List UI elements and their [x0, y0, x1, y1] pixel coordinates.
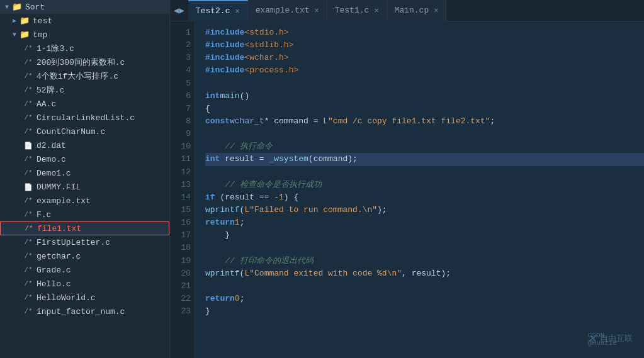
arrow-icon: ▶ [13, 17, 16, 25]
arrow-icon: ▼ [13, 31, 16, 38]
sidebar-label: F.c [37, 210, 51, 220]
sidebar-item-file-aa[interactable]: /*AA.c [0, 97, 169, 111]
tab-label: example.txt [256, 6, 310, 15]
sidebar-label: FirstUpLetter.c [37, 238, 110, 247]
code-line: int main() [205, 90, 644, 103]
watermark-csdn: CSDN @Huazie [588, 332, 636, 347]
cfile-icon: /* [23, 280, 34, 288]
sidebar-item-file-grade[interactable]: /*Grade.c [0, 263, 169, 277]
sidebar-item-file-input[interactable]: /*input_factor_num.c [0, 305, 169, 318]
sidebar-item-file-firstup[interactable]: /*FirstUpLetter.c [0, 235, 169, 249]
code-line [205, 280, 644, 293]
sidebar-item-file-helloworld[interactable]: /*HelloWorld.c [0, 291, 169, 305]
code-line: #include <stdio.h> [205, 26, 644, 39]
tab-label: Test2.c [196, 6, 230, 16]
line-number: 13 [170, 179, 191, 191]
folder-icon: 📁 [19, 16, 30, 26]
code-line [205, 77, 644, 90]
line-number: 17 [170, 229, 191, 242]
sidebar-item-file-demo1[interactable]: /*Demo1.c [0, 166, 169, 180]
txt-icon: /* [23, 225, 35, 232]
code-line: } [205, 305, 644, 318]
code-area: 1234567891011121314151617181920212223 #i… [170, 21, 644, 358]
tab-tab-main[interactable]: Main.cp ✕ [387, 0, 447, 21]
cfile-icon: /* [23, 72, 34, 80]
line-number: 16 [170, 216, 191, 229]
sidebar-label: 1-1除3.c [37, 43, 74, 54]
sidebar-label: 4个数if大小写排序.c [37, 70, 118, 82]
tab-label: Test1.c [335, 6, 370, 15]
sidebar-item-file-dummy[interactable]: 📄DUMMY.FIL [0, 180, 169, 194]
cfile-icon: /* [23, 252, 34, 260]
code-line: return 1; [205, 216, 644, 229]
line-number: 8 [170, 115, 191, 128]
dat-icon: 📄 [23, 142, 34, 150]
sidebar-item-file-example[interactable]: /*example.txt [0, 194, 169, 208]
sidebar-label: Demo.c [37, 155, 66, 164]
code-line: wprintf(L"Command exited with code %d\n"… [205, 267, 644, 280]
sidebar-item-file-1-1[interactable]: /*1-1除3.c [0, 42, 169, 55]
nav-arrows[interactable]: ◀▶ [170, 5, 188, 16]
sidebar-label: input_factor_num.c [37, 307, 125, 316]
tab-close-icon[interactable]: ✕ [374, 7, 378, 14]
tab-tab-example[interactable]: example.txt ✕ [248, 0, 327, 21]
cfile-icon: /* [23, 128, 34, 135]
code-line: // 检查命令是否执行成功 [205, 179, 644, 191]
code-line [205, 128, 644, 140]
tab-bar: ◀▶ Test2.c ✕example.txt ✕Test1.c ✕Main.c… [170, 0, 644, 21]
sidebar-item-file-4[interactable]: /*4个数if大小写排序.c [0, 69, 169, 83]
line-number: 21 [170, 280, 191, 293]
line-number: 6 [170, 90, 191, 103]
line-number: 14 [170, 191, 191, 204]
sidebar-item-sort-folder[interactable]: ▼ 📁Sort [0, 0, 169, 14]
sidebar-label: test [33, 16, 52, 26]
tab-close-icon[interactable]: ✕ [315, 7, 319, 14]
code-line: return 0; [205, 293, 644, 305]
code-line: wprintf(L"Failed to run command.\n"); [205, 204, 644, 216]
line-number: 10 [170, 140, 191, 153]
cfile-icon: /* [23, 266, 34, 274]
line-number: 7 [170, 103, 191, 115]
sidebar-item-file-d2[interactable]: 📄d2.dat [0, 138, 169, 152]
tab-tab-test1[interactable]: Test1.c ✕ [327, 0, 387, 21]
code-line: { [205, 103, 644, 115]
sidebar-label: example.txt [37, 196, 91, 206]
folder-icon: 📁 [19, 30, 30, 40]
tab-tab-test2[interactable]: Test2.c ✕ [188, 0, 248, 21]
sidebar-item-file-hello[interactable]: /*Hello.c [0, 277, 169, 291]
sidebar-label: CircularLinkedList.c [37, 113, 135, 123]
tab-close-icon[interactable]: ✕ [235, 8, 239, 15]
line-number: 1 [170, 26, 191, 39]
sidebar-label: getchar.c [37, 252, 81, 261]
code-content[interactable]: #include <stdio.h>#include <stdlib.h>#in… [195, 21, 644, 358]
sidebar-item-test-folder[interactable]: ▶ 📁test [0, 14, 169, 28]
sidebar-item-file-getchar[interactable]: /*getchar.c [0, 249, 169, 263]
code-line: #include <stdlib.h> [205, 39, 644, 52]
code-line [205, 242, 644, 254]
sidebar-item-file-200[interactable]: /*200到300间的素数和.c [0, 55, 169, 69]
sidebar-item-file-demo[interactable]: /*Demo.c [0, 152, 169, 166]
line-number: 20 [170, 267, 191, 280]
folder-icon: 📁 [11, 2, 23, 12]
code-line: #include <process.h> [205, 64, 644, 77]
line-number: 12 [170, 166, 191, 179]
sidebar-label: Hello.c [37, 279, 71, 289]
cfile-icon: /* [23, 59, 34, 66]
tab-label: Main.cp [395, 6, 429, 15]
sidebar-label: 200到300间的素数和.c [37, 57, 125, 68]
cfile-icon: /* [23, 294, 34, 301]
cfile-icon: /* [23, 211, 34, 218]
editor-main: ◀▶ Test2.c ✕example.txt ✕Test1.c ✕Main.c… [170, 0, 644, 358]
sidebar-item-file-file1[interactable]: /*file1.txt [0, 221, 169, 235]
sidebar-item-file-f[interactable]: /*F.c [0, 208, 169, 221]
sidebar-item-file-count[interactable]: /*CountCharNum.c [0, 125, 169, 138]
line-number: 4 [170, 64, 191, 77]
tab-close-icon[interactable]: ✕ [434, 7, 438, 14]
sidebar-item-file-circular[interactable]: /*CircularLinkedList.c [0, 111, 169, 125]
cfile-icon: /* [23, 45, 34, 52]
line-number: 2 [170, 39, 191, 52]
sidebar-item-tmp-folder[interactable]: ▼ 📁tmp [0, 28, 169, 42]
sidebar-item-file-52[interactable]: /*52牌.c [0, 83, 169, 97]
line-number: 9 [170, 128, 191, 140]
file-explorer: ▼ 📁Sort▶ 📁test▼ 📁tmp/*1-1除3.c/*200到300间的… [0, 0, 170, 358]
